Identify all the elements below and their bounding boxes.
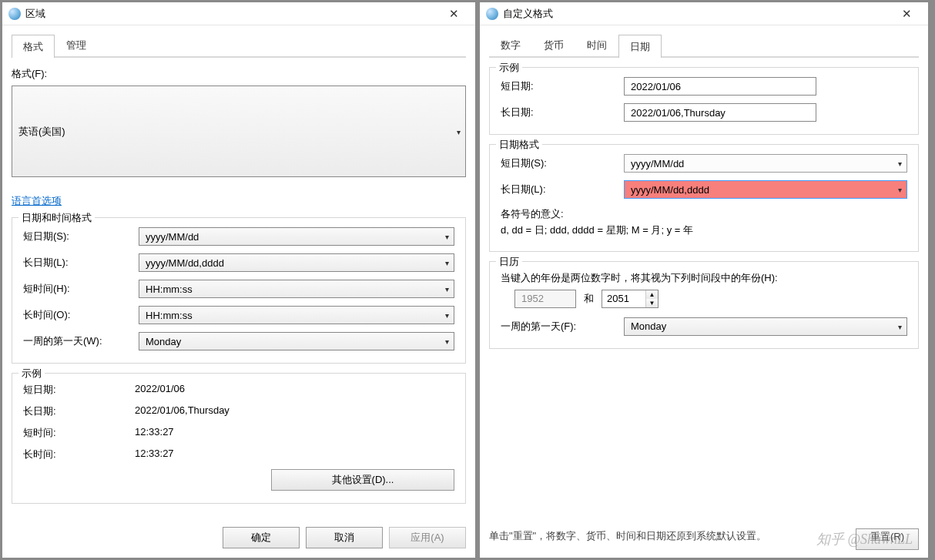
- datetime-fieldset: 日期和时间格式 短日期(S): yyyy/MM/dd ▾ 长日期(L): yyy…: [12, 217, 466, 364]
- short-time-select[interactable]: HH:mm:ss ▾: [139, 280, 454, 298]
- tab-currency[interactable]: 货币: [532, 33, 575, 56]
- sample-fieldset-r: 示例 短日期: 2022/01/06 长日期: 2022/01/06,Thurs…: [489, 67, 919, 135]
- datetime-legend: 日期和时间格式: [18, 211, 95, 225]
- long-date-label: 长日期(L):: [23, 256, 139, 270]
- other-settings-button[interactable]: 其他设置(D)...: [271, 469, 454, 491]
- tab-time[interactable]: 时间: [575, 33, 618, 56]
- sample-fieldset: 示例 短日期:2022/01/06 长日期:2022/01/06,Thursda…: [12, 373, 466, 504]
- tab-manage[interactable]: 管理: [55, 33, 98, 56]
- year-from: 1952: [514, 290, 576, 308]
- sample-long-date: 2022/01/06,Thursday: [135, 404, 230, 418]
- sample-short-date: 2022/01/06: [135, 383, 185, 397]
- dateformat-fieldset: 日期格式 短日期(S): yyyy/MM/dd ▾ 长日期(L): yyyy/M…: [489, 144, 919, 252]
- short-date-select[interactable]: yyyy/MM/dd ▾: [139, 227, 454, 246]
- first-day-select[interactable]: Monday ▾: [139, 332, 454, 350]
- chevron-down-icon: ▾: [898, 159, 902, 168]
- chevron-down-icon: ▾: [445, 233, 449, 241]
- calendar-fieldset: 日历 当键入的年份是两位数字时，将其视为下列时间段中的年份(H): 1952 和…: [489, 261, 919, 349]
- chevron-down-icon: ▾: [898, 186, 902, 194]
- meaning-block: 各符号的意义: d, dd = 日; ddd, dddd = 星期; M = 月…: [501, 206, 907, 239]
- sample-long-time: 12:33:27: [135, 448, 174, 461]
- chevron-down-icon: ▾: [445, 337, 449, 346]
- long-time-label: 长时间(O):: [23, 308, 139, 322]
- reset-note: 单击"重置"，将数字、货币、时间和日期还原到系统默认设置。 重置(R): [489, 519, 919, 550]
- df-long-combo[interactable]: yyyy/MM/dd,dddd ▾: [624, 180, 907, 199]
- long-date-select[interactable]: yyyy/MM/dd,dddd ▾: [139, 253, 454, 272]
- first-day-label: 一周的第一天(W):: [23, 334, 139, 348]
- globe-icon: [486, 8, 498, 20]
- short-date-label: 短日期(S):: [23, 230, 139, 243]
- ok-button[interactable]: 确定: [223, 527, 300, 548]
- close-icon[interactable]: ✕: [891, 7, 922, 21]
- sample-legend: 示例: [18, 367, 45, 381]
- customize-window: 自定义格式 ✕ 数字 货币 时间 日期 示例 短日期: 2022/01/06 长…: [479, 2, 929, 558]
- customize-content: 数字 货币 时间 日期 示例 短日期: 2022/01/06 长日期: 2022…: [480, 25, 928, 558]
- titlebar-region: 区域 ✕: [2, 2, 475, 25]
- region-content: 格式 管理 格式(F): 英语(美国) ▾ 语言首选项 日期和时间格式 短日期(…: [2, 25, 475, 521]
- chevron-down-icon: ▾: [445, 311, 449, 320]
- tab-date[interactable]: 日期: [618, 35, 662, 58]
- titlebar-customize: 自定义格式 ✕: [480, 2, 928, 25]
- chevron-down-icon: ▾: [898, 322, 902, 330]
- short-time-label: 短时间(H):: [23, 282, 139, 296]
- cancel-button[interactable]: 取消: [306, 527, 383, 548]
- window-title-region: 区域: [25, 7, 438, 21]
- sample-long-box: 2022/01/06,Thursday: [624, 103, 816, 122]
- tab-number[interactable]: 数字: [489, 33, 532, 56]
- chevron-down-icon: ▾: [445, 259, 449, 267]
- globe-icon: [8, 8, 21, 20]
- first-day-select-r[interactable]: Monday ▾: [624, 317, 907, 336]
- year-to-spin[interactable]: 2051 ▲ ▼: [602, 290, 659, 308]
- spin-down-icon[interactable]: ▼: [646, 299, 658, 307]
- apply-button[interactable]: 应用(A): [389, 527, 466, 548]
- chevron-down-icon: ▾: [445, 285, 449, 293]
- dialog-buttons: 确定 取消 应用(A): [2, 521, 475, 558]
- format-select[interactable]: 英语(美国) ▾: [12, 86, 466, 177]
- lang-pref-link[interactable]: 语言首选项: [12, 194, 466, 208]
- reset-button[interactable]: 重置(R): [856, 528, 919, 550]
- sample-short-time: 12:33:27: [135, 426, 174, 440]
- region-window: 区域 ✕ 格式 管理 格式(F): 英语(美国) ▾ 语言首选项 日期和时间格式…: [2, 2, 476, 558]
- long-time-select[interactable]: HH:mm:ss ▾: [139, 306, 454, 324]
- spin-up-icon[interactable]: ▲: [646, 290, 658, 299]
- format-label: 格式(F):: [12, 67, 466, 81]
- two-digit-hint: 当键入的年份是两位数字时，将其视为下列时间段中的年份(H):: [501, 271, 907, 285]
- window-title-customize: 自定义格式: [503, 7, 891, 21]
- tabs-customize: 数字 货币 时间 日期: [489, 33, 919, 58]
- tab-format[interactable]: 格式: [12, 35, 55, 58]
- tabs-region: 格式 管理: [12, 33, 466, 58]
- df-short-combo[interactable]: yyyy/MM/dd ▾: [624, 154, 907, 173]
- sample-short-box: 2022/01/06: [624, 77, 816, 96]
- format-select-value: 英语(美国): [18, 125, 65, 139]
- chevron-down-icon: ▾: [457, 127, 461, 136]
- close-icon[interactable]: ✕: [438, 7, 469, 21]
